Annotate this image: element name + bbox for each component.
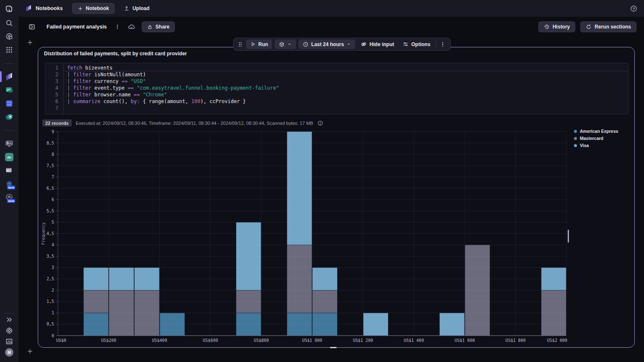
sidebar-item-notebooks[interactable]	[5, 72, 13, 81]
visualization-picker-button[interactable]	[275, 39, 296, 49]
sync-status-cloud-icon	[126, 22, 137, 32]
options-button[interactable]: Options	[400, 41, 433, 47]
eye-off-icon	[361, 41, 367, 47]
histogram-svg[interactable]: 00,511,522,533,544,555,566,577,588,59US$…	[41, 127, 634, 344]
execution-meta: Executed at: 2024/09/12, 08:30:46, Timef…	[76, 121, 313, 126]
search-icon[interactable]	[5, 19, 13, 27]
app-grid-icon[interactable]	[5, 46, 13, 54]
hide-input-button[interactable]: Hide input	[358, 41, 397, 47]
code-line[interactable]: | filter isNotNull(amount)	[64, 71, 628, 78]
legend-item[interactable]: American Express	[574, 129, 618, 134]
new-badge: NEW	[7, 186, 15, 189]
y-axis-title: Frequency	[41, 222, 46, 245]
y-axis-tick-label: 8	[52, 152, 54, 157]
section-title: Distribution of failed payments, split b…	[44, 51, 187, 57]
run-button[interactable]: Run	[246, 39, 272, 49]
share-button[interactable]: Share	[142, 21, 175, 32]
result-meta-row: 22 records Executed at: 2024/09/12, 08:3…	[42, 119, 323, 127]
x-axis-tick-label: US$1 600	[454, 338, 475, 343]
top-app-bar: Notebooks Notebook Upload ?	[0, 0, 644, 17]
x-axis-tick-label: US$400	[152, 338, 167, 343]
upload-icon	[124, 5, 130, 11]
de-app-label: de	[7, 155, 11, 159]
x-axis-tick-label: US$0	[56, 338, 66, 343]
code-line[interactable]: | filter event.type == "com.easytravel.f…	[64, 85, 628, 91]
section-menu-icon[interactable]	[439, 41, 447, 47]
code-line[interactable]	[64, 105, 628, 111]
y-axis-tick-label: 8,5	[47, 141, 54, 145]
sidebar-item-session-app[interactable]	[5, 166, 13, 175]
info-icon[interactable]	[317, 120, 323, 126]
y-axis-tick-label: 7	[52, 175, 54, 179]
y-axis-tick-label: 3,5	[47, 254, 54, 259]
x-axis-tick-label: US$1 000	[302, 338, 322, 343]
rail-divider	[4, 313, 14, 313]
code-line[interactable]: | filter browser.name == "Chrome"	[64, 91, 628, 98]
notebooks-app-brand[interactable]: Notebooks	[25, 5, 63, 12]
history-button[interactable]: History	[538, 21, 575, 32]
sidebar-item-de-app[interactable]: de	[5, 153, 13, 161]
plus-icon	[78, 6, 83, 11]
y-axis-tick-label: 1,5	[47, 299, 54, 304]
upload-button[interactable]: Upload	[124, 5, 150, 11]
usage-chart-icon[interactable]	[5, 337, 13, 346]
chart[interactable]: 00,511,522,533,544,555,566,577,588,59US$…	[41, 127, 634, 344]
add-section-button[interactable]	[27, 348, 33, 354]
y-axis-tick-label: 1	[52, 310, 54, 315]
document-header: Failed payment analysis Share	[18, 20, 644, 34]
legend-item[interactable]: Mastercard	[574, 136, 618, 141]
timeframe-label: Last 24 hours	[311, 41, 344, 47]
left-rail: de NEW NEW	[0, 0, 18, 362]
legend-label: American Express	[580, 129, 618, 134]
svg-text:?: ?	[633, 6, 635, 10]
section-resize-handle[interactable]	[330, 347, 337, 348]
options-label: Options	[411, 41, 430, 47]
code-line[interactable]: fetch bizevents	[64, 65, 628, 71]
add-section-button[interactable]	[27, 39, 33, 46]
y-axis-tick-label: 3	[52, 265, 54, 270]
new-notebook-button[interactable]: Notebook	[72, 3, 114, 14]
new-badge: NEW	[7, 199, 15, 203]
discover-icon[interactable]	[5, 32, 13, 41]
y-axis-tick-label: 4,5	[47, 231, 54, 236]
records-badge: 22 records	[42, 119, 72, 127]
drag-handle-icon[interactable]	[237, 41, 244, 47]
y-axis-tick-label: 6	[52, 197, 54, 202]
code-line[interactable]: | summarize count(), by: { range(amount,…	[64, 98, 628, 105]
user-avatar[interactable]: M	[5, 348, 13, 357]
legend-item[interactable]: Visa	[574, 143, 618, 148]
code-line[interactable]: | filter currency == "USD"	[64, 78, 628, 85]
brand-label: Notebooks	[36, 5, 63, 11]
chart-legend: American ExpressMastercardVisa	[574, 129, 618, 148]
x-axis-tick-label: US$1 200	[353, 338, 373, 343]
timeframe-button[interactable]: Last 24 hours	[299, 39, 355, 49]
sidebar-item-dashboards[interactable]	[5, 86, 13, 94]
chart-scrollbar-thumb[interactable]	[568, 230, 569, 243]
sidebar-item-grail-app[interactable]: NEW	[5, 193, 13, 202]
sliders-icon	[402, 41, 409, 47]
sidebar-item-davis-app[interactable]: NEW	[5, 180, 13, 188]
code-lines[interactable]: fetch bizevents| filter isNotNull(amount…	[64, 63, 628, 114]
y-axis-tick-label: 0	[52, 334, 54, 338]
lock-icon	[147, 24, 153, 30]
expand-rail-icon[interactable]	[5, 315, 13, 324]
y-axis-tick-label: 0,5	[47, 322, 54, 326]
dql-editor[interactable]: 1234567 fetch bizevents| filter isNotNul…	[45, 63, 628, 114]
line-number: 5	[45, 91, 58, 98]
help-icon[interactable]: ?	[630, 5, 637, 12]
legend-dot	[574, 130, 577, 133]
legend-dot	[574, 137, 577, 140]
sidebar-item-kubernetes[interactable]	[5, 99, 13, 108]
sidebar-item-security[interactable]	[5, 113, 13, 121]
support-icon[interactable]	[5, 326, 13, 335]
dynatrace-logo-icon[interactable]	[5, 5, 13, 13]
legend-label: Visa	[580, 143, 589, 148]
avatar-letter: M	[5, 348, 13, 357]
rerun-sections-button[interactable]: Rerun sections	[580, 21, 636, 32]
page-title: Failed payment analysis	[47, 24, 107, 30]
document-menu-icon[interactable]	[113, 22, 122, 31]
sidebar-item-hosts-classic[interactable]	[5, 140, 13, 148]
notebook-panel-icon[interactable]	[27, 22, 37, 32]
line-number: 2	[45, 71, 58, 78]
notebook-content: Failed payment analysis Share	[18, 17, 644, 362]
